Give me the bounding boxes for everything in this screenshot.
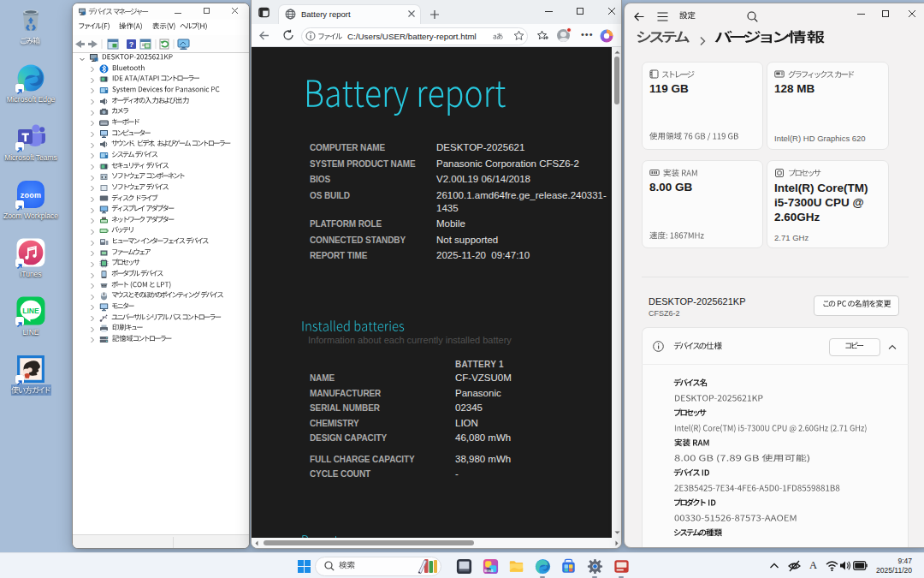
svg-text:M365: M365: [484, 569, 494, 573]
svg-text:?: ?: [129, 40, 134, 49]
svg-text:LINE: LINE: [22, 307, 39, 315]
svg-text:zoom: zoom: [21, 191, 41, 200]
